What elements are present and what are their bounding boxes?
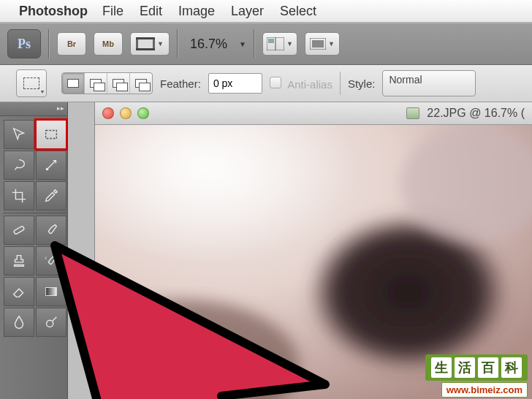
clone-stamp-tool[interactable] [4,246,34,276]
selection-add-icon [90,79,102,88]
marquee-icon [43,126,59,142]
gradient-tool[interactable] [36,277,66,306]
dodge-tool[interactable] [36,308,66,337]
window-controls [102,107,149,119]
anti-alias-option: Anti-alias [270,77,332,91]
wand-icon [43,157,59,173]
toolbar-divider [177,29,178,58]
workspace: ▸▸ [0,102,532,399]
window-zoom-button[interactable] [137,107,149,119]
bridge-label: Br [67,39,76,48]
menu-edit[interactable]: Edit [140,4,162,19]
svg-point-13 [47,320,53,327]
history-brush-icon [43,253,59,269]
document-proxy-icon[interactable] [406,107,419,119]
quick-selection-tool[interactable] [36,151,66,180]
svg-rect-1 [138,39,153,48]
launch-mini-bridge-button[interactable]: Mb [94,32,123,56]
menu-file[interactable]: File [102,4,123,19]
filmstrip-icon [136,37,155,50]
lasso-icon [11,157,27,173]
checkbox-icon [270,77,281,88]
selection-subtract-button[interactable] [107,73,130,94]
style-label: Style: [348,77,376,90]
brush-icon [43,222,59,238]
chevron-down-icon: ▼ [157,40,164,48]
gradient-icon [43,284,59,300]
mac-menubar: Photoshop File Edit Image Layer Select [0,0,532,23]
marquee-icon [23,77,39,89]
svg-rect-8 [312,40,324,48]
window-close-button[interactable] [102,107,114,119]
crop-tool[interactable] [4,181,34,210]
collapse-icon[interactable]: ▸▸ [57,104,64,112]
svg-rect-12 [46,288,57,296]
selection-new-icon [67,79,79,88]
watermark: 生 活 百 科 www.bimeiz.com [425,354,528,398]
eyedropper-icon [43,188,59,204]
feather-label: Feather: [160,77,201,90]
watermark-char: 活 [455,357,475,378]
toolbar-divider [48,29,50,58]
mini-bridge-label: Mb [102,39,114,48]
workspace-gap [68,102,94,399]
watermark-char: 生 [431,357,452,378]
spot-healing-tool[interactable] [4,216,34,245]
eraser-tool[interactable] [4,277,34,306]
blur-tool[interactable] [4,308,34,337]
watermark-char: 百 [478,357,498,378]
dodge-icon [43,314,59,330]
eyedropper-tool[interactable] [36,181,66,210]
bandage-icon [11,222,27,238]
menu-image[interactable]: Image [178,4,215,19]
current-tool-indicator[interactable]: ▾ [16,69,47,97]
lasso-tool[interactable] [4,151,34,180]
tools-panel: ▸▸ [0,102,68,399]
launch-bridge-button[interactable]: Br [57,32,86,56]
chevron-down-icon: ▼ [328,40,335,48]
options-bar: ▾ Feather: Anti-alias Style: Normal [0,65,532,102]
move-tool[interactable] [4,120,34,149]
crop-icon [11,188,27,204]
eraser-icon [11,284,27,300]
droplet-icon [11,314,27,330]
style-select[interactable]: Normal [382,70,476,96]
menu-select[interactable]: Select [280,4,316,19]
arrange-documents-button[interactable]: ▼ [262,32,297,56]
ps-logo: Ps [7,29,41,58]
svg-rect-3 [136,48,155,50]
svg-rect-11 [13,226,24,235]
panel-grab-bar[interactable]: ▸▸ [0,102,67,116]
selection-new-button[interactable] [62,73,85,94]
feather-input[interactable] [208,73,262,94]
window-minimize-button[interactable] [120,107,132,119]
history-brush-tool[interactable] [36,246,66,276]
stamp-icon [11,253,27,269]
anti-alias-label: Anti-alias [287,78,332,91]
rectangular-marquee-tool[interactable] [36,120,66,149]
menu-layer[interactable]: Layer [231,4,264,19]
style-value: Normal [389,74,422,86]
selection-subtract-icon [113,79,124,88]
svg-point-10 [46,168,49,171]
app-menu[interactable]: Photoshop [19,4,88,19]
chevron-down-icon: ▾ [41,88,44,95]
document-titlebar[interactable]: 22.JPG @ 16.7% ( [95,102,532,125]
screen-mode-icon [310,38,326,50]
move-icon [11,126,27,142]
selection-intersect-button[interactable] [130,73,152,94]
arrange-docs-icon [267,37,284,50]
brush-tool[interactable] [36,216,66,245]
watermark-char: 科 [501,357,522,378]
screen-mode-button[interactable]: ▼ [305,32,340,56]
tool-separator [3,213,67,213]
zoom-level-display[interactable]: 16.7% [190,37,227,52]
svg-rect-2 [136,37,155,39]
watermark-url: www.bimeiz.com [441,382,528,398]
svg-rect-9 [46,131,57,139]
chevron-down-icon[interactable]: ▼ [239,40,246,48]
selection-add-button[interactable] [85,73,107,94]
svg-rect-6 [268,39,274,43]
selection-intersect-icon [135,79,147,88]
view-extras-button[interactable]: ▼ [130,32,170,56]
